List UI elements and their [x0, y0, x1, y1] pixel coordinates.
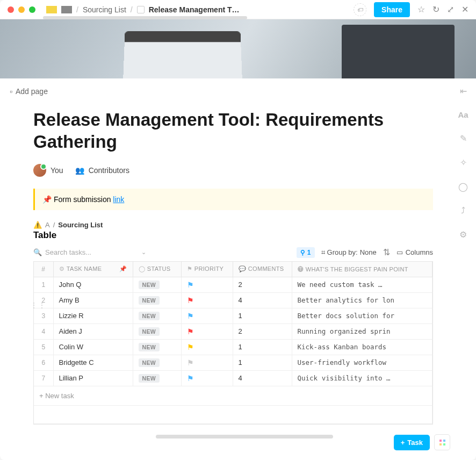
gear-icon[interactable]: ⚙ [459, 229, 467, 240]
task-name[interactable]: Aiden J [53, 324, 133, 339]
contributors-label: Contributors [89, 166, 129, 175]
sparkle-icon[interactable]: ✧ [460, 157, 467, 168]
task-comments[interactable]: 4 [233, 292, 292, 308]
window-close[interactable] [8, 6, 14, 13]
task-priority[interactable]: ⚑ [181, 324, 233, 339]
task-comments[interactable]: 1 [233, 339, 292, 355]
task-name[interactable]: Amy B [53, 292, 133, 308]
page-title[interactable]: Release Management Tool: Requirements Ga… [33, 109, 433, 153]
columns-button[interactable]: ▭ Columns [396, 248, 433, 256]
task-pain[interactable]: Better docs solution for [292, 308, 432, 324]
callout-text: Form submission [54, 195, 113, 204]
task-comments[interactable]: 1 [233, 308, 292, 324]
task-name[interactable]: Colin W [53, 339, 133, 355]
wand-icon[interactable]: ✎ [460, 133, 467, 143]
task-comments[interactable]: 4 [233, 370, 292, 386]
task-priority[interactable]: ⚑ [181, 292, 233, 308]
history-icon[interactable]: ↻ [432, 4, 439, 15]
breadcrumb-parent[interactable]: Sourcing List [83, 5, 126, 14]
breadcrumb-current: Release Management T… [149, 5, 240, 14]
new-task-fab[interactable]: +Task [394, 435, 430, 450]
row-num: 5 [34, 339, 53, 355]
status-badge: NEW [139, 327, 160, 336]
th-pain[interactable]: 🅣WHAT'S THE BIGGEST PAIN POINT [292, 262, 432, 277]
task-name[interactable]: Bridgette C [53, 355, 133, 370]
callout-link[interactable]: link [113, 195, 124, 204]
th-status[interactable]: ◯STATUS [133, 262, 181, 277]
task-comments[interactable]: 2 [233, 277, 292, 292]
row-num: 4 [34, 324, 53, 339]
th-name[interactable]: ⚙TASK NAME📌 [53, 262, 133, 277]
pin-icon[interactable]: 📌 [119, 265, 127, 272]
task-comments[interactable]: 2 [233, 324, 292, 339]
table-row[interactable]: 3Lizzie RNEW⚑1Better docs solution for [34, 308, 432, 324]
sort-icon[interactable]: ⇅ [383, 247, 390, 257]
task-pain[interactable]: User-friendly workflow [292, 355, 432, 370]
apps-icon [439, 440, 445, 445]
add-page-button[interactable]: ▫ Add page [10, 87, 433, 96]
task-pain[interactable]: Quick visibility into … [292, 370, 432, 386]
th-num[interactable]: # [34, 262, 53, 277]
th-priority[interactable]: ⚑PRIORITY [181, 262, 233, 277]
horizontal-scrollbar[interactable] [156, 435, 333, 439]
priority-flag-icon: ⚑ [187, 296, 194, 305]
task-status[interactable]: NEW [133, 355, 181, 370]
collapse-icon[interactable]: ⤢ [447, 4, 454, 15]
task-name[interactable]: John Q [53, 277, 133, 292]
task-status[interactable]: NEW [133, 308, 181, 324]
group-icon: ⌗ [321, 248, 325, 257]
task-pain[interactable]: Better analytics for lon [292, 292, 432, 308]
close-icon[interactable]: ✕ [461, 4, 468, 15]
contributors[interactable]: 👥 Contributors [75, 166, 129, 175]
row-num: 3 [34, 308, 53, 324]
drag-handle-icon[interactable]: ⋮⋮ [30, 301, 46, 310]
task-status[interactable]: NEW [133, 277, 181, 292]
task-pain[interactable]: Kick-ass Kanban boards [292, 339, 432, 355]
task-name[interactable]: Lizzie R [53, 308, 133, 324]
share-button[interactable]: Share [374, 2, 410, 17]
status-icon: ◯ [139, 265, 145, 272]
task-pain[interactable]: We need custom task … [292, 277, 432, 292]
task-name[interactable]: Lillian P [53, 370, 133, 386]
task-status[interactable]: NEW [133, 324, 181, 339]
priority-flag-icon: ⚑ [187, 374, 194, 383]
apps-button[interactable] [434, 434, 450, 450]
upload-icon[interactable]: ⤴ [461, 206, 465, 215]
search-input[interactable] [45, 248, 131, 256]
star-icon[interactable]: ☆ [417, 4, 425, 15]
task-priority[interactable]: ⚑ [181, 355, 233, 370]
indent-icon[interactable]: ⇤ [460, 86, 467, 96]
typography-icon[interactable]: Aa [458, 110, 468, 119]
task-status[interactable]: NEW [133, 292, 181, 308]
table-row[interactable]: 6Bridgette CNEW⚑1User-friendly workflow [34, 355, 432, 370]
task-priority[interactable]: ⚑ [181, 370, 233, 386]
table-row[interactable]: 7Lillian PNEW⚑4Quick visibility into … [34, 370, 432, 386]
task-status[interactable]: NEW [133, 339, 181, 355]
author-you[interactable]: You [33, 164, 63, 177]
task-pain[interactable]: Running organized sprin [292, 324, 432, 339]
chevron-down-icon[interactable]: ⌄ [141, 249, 146, 256]
group-by[interactable]: ⌗ Group by: None [321, 248, 377, 257]
th-comments[interactable]: 💬COMMENTS [233, 262, 292, 277]
add-page-icon: ▫ [10, 87, 12, 96]
filter-badge[interactable]: ⚲ 1 [297, 247, 315, 258]
window-min[interactable] [18, 6, 25, 13]
table-row[interactable]: 1John QNEW⚑2We need custom task … [34, 277, 432, 292]
table-title[interactable]: Table [33, 230, 433, 241]
th-comments-label: COMMENTS [248, 265, 284, 272]
task-priority[interactable]: ⚑ [181, 339, 233, 355]
task-priority[interactable]: ⚑ [181, 277, 233, 292]
window-max[interactable] [29, 6, 35, 13]
new-task-button[interactable]: + New task [34, 386, 432, 406]
chat-icon[interactable]: ◯ [458, 182, 468, 192]
table-row[interactable]: 5Colin WNEW⚑1Kick-ass Kanban boards [34, 339, 432, 355]
table-row[interactable]: 2Amy BNEW⚑4Better analytics for lon [34, 292, 432, 308]
search-icon: 🔍 [33, 248, 42, 256]
task-status[interactable]: NEW [133, 370, 181, 386]
table-crumb-current[interactable]: Sourcing List [58, 221, 103, 229]
priority-flag-icon: ⚑ [187, 327, 194, 336]
task-comments[interactable]: 1 [233, 355, 292, 370]
task-priority[interactable]: ⚑ [181, 308, 233, 324]
table-row[interactable]: 4Aiden JNEW⚑2Running organized sprin [34, 324, 432, 339]
tag-icon[interactable]: 🏷 [354, 3, 366, 16]
